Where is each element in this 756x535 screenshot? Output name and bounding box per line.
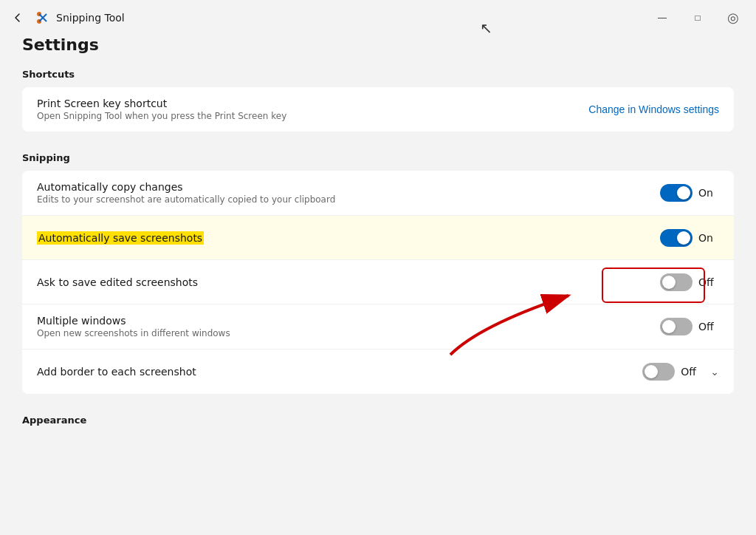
shortcuts-section-header: Shortcuts [22, 69, 734, 80]
add-border-expand-icon[interactable]: ⌄ [710, 366, 719, 378]
titlebar: Snipping Tool — □ ◎ [0, 0, 756, 35]
screenshot-capture-button[interactable]: ◎ [716, 6, 750, 30]
auto-save-toggle[interactable] [660, 229, 693, 247]
main-content: Settings Shortcuts Print Screen key shor… [0, 35, 756, 535]
snipping-section-header: Snipping [22, 152, 734, 163]
auto-copy-text: Automatically copy changes Edits to your… [37, 181, 660, 205]
print-screen-row: Print Screen key shortcut Open Snipping … [22, 87, 734, 132]
auto-copy-control: On [660, 184, 719, 202]
ask-save-toggle-label: Off [698, 276, 719, 288]
page-title: Settings [22, 35, 734, 54]
auto-save-label: Automatically save screenshots [37, 231, 204, 245]
auto-save-row: Automatically save screenshots On [22, 216, 734, 260]
print-screen-label: Print Screen key shortcut [37, 98, 588, 109]
titlebar-controls: — □ ◎ [645, 6, 750, 30]
app-title-text: Snipping Tool [56, 12, 125, 24]
add-border-row: Add border to each screenshot Off ⌄ [22, 350, 734, 394]
multiple-windows-label: Multiple windows [37, 315, 660, 327]
print-screen-desc: Open Snipping Tool when you press the Pr… [37, 111, 588, 121]
multiple-windows-toggle[interactable] [660, 318, 693, 335]
ask-save-text: Ask to save edited screenshots [37, 276, 660, 288]
back-button[interactable] [6, 6, 30, 30]
add-border-toggle[interactable] [642, 363, 675, 381]
ask-save-toggle[interactable] [660, 273, 693, 291]
auto-copy-row: Automatically copy changes Edits to your… [22, 171, 734, 216]
app-icon [35, 10, 50, 25]
auto-save-control: On [660, 229, 719, 247]
add-border-label: Add border to each screenshot [37, 366, 642, 378]
multiple-windows-desc: Open new screenshots in different window… [37, 328, 660, 338]
add-border-control: Off ⌄ [642, 363, 719, 381]
auto-save-text: Automatically save screenshots [37, 231, 660, 245]
print-screen-text: Print Screen key shortcut Open Snipping … [37, 98, 588, 121]
multiple-windows-text: Multiple windows Open new screenshots in… [37, 315, 660, 338]
add-border-toggle-label: Off [681, 366, 701, 378]
auto-save-toggle-label: On [698, 232, 719, 244]
snipping-card: Automatically copy changes Edits to your… [22, 171, 734, 394]
multiple-windows-toggle-label: Off [698, 321, 719, 333]
auto-copy-toggle[interactable] [660, 184, 693, 202]
appearance-section-header: Appearance [22, 415, 734, 426]
ask-save-row: Ask to save edited screenshots Off [22, 260, 734, 304]
change-windows-settings-link[interactable]: Change in Windows settings [588, 103, 719, 115]
multiple-windows-control: Off [660, 318, 719, 335]
minimize-button[interactable]: — [645, 6, 679, 30]
add-border-text: Add border to each screenshot [37, 366, 642, 378]
ask-save-label: Ask to save edited screenshots [37, 276, 660, 288]
shortcuts-card: Print Screen key shortcut Open Snipping … [22, 87, 734, 132]
auto-copy-desc: Edits to your screenshot are automatical… [37, 194, 660, 205]
titlebar-left: Snipping Tool [6, 6, 645, 30]
print-screen-control: Change in Windows settings [588, 103, 719, 115]
auto-copy-label: Automatically copy changes [37, 181, 660, 193]
maximize-button[interactable]: □ [681, 6, 715, 30]
auto-copy-toggle-label: On [698, 187, 719, 199]
multiple-windows-row: Multiple windows Open new screenshots in… [22, 304, 734, 350]
ask-save-control: Off [660, 273, 719, 291]
